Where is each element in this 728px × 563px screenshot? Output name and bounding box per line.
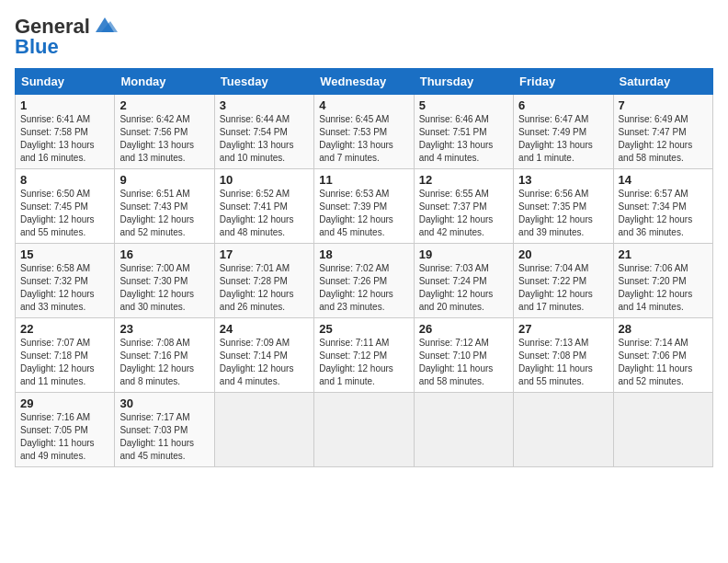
calendar-cell: 9 Sunrise: 6:51 AMSunset: 7:43 PMDayligh… xyxy=(115,169,214,244)
day-number: 16 xyxy=(119,247,209,261)
logo: General Blue xyxy=(15,15,118,59)
day-detail: Sunrise: 6:45 AMSunset: 7:53 PMDaylight:… xyxy=(319,113,408,165)
calendar-cell: 1 Sunrise: 6:41 AMSunset: 7:58 PMDayligh… xyxy=(16,95,115,169)
day-detail: Sunrise: 6:41 AMSunset: 7:58 PMDaylight:… xyxy=(20,113,109,165)
day-detail: Sunrise: 6:58 AMSunset: 7:32 PMDaylight:… xyxy=(20,262,109,314)
calendar-table: SundayMondayTuesdayWednesdayThursdayFrid… xyxy=(15,68,713,467)
calendar-cell: 3 Sunrise: 6:44 AMSunset: 7:54 PMDayligh… xyxy=(214,95,313,169)
calendar-cell xyxy=(613,393,712,467)
day-number: 7 xyxy=(619,98,708,112)
day-detail: Sunrise: 6:53 AMSunset: 7:39 PMDaylight:… xyxy=(319,188,408,239)
day-number: 19 xyxy=(419,247,508,261)
calendar-cell: 13 Sunrise: 6:56 AMSunset: 7:35 PMDaylig… xyxy=(514,169,613,244)
calendar-cell: 16 Sunrise: 7:00 AMSunset: 7:30 PMDaylig… xyxy=(115,244,214,318)
day-number: 17 xyxy=(220,247,309,261)
calendar-cell: 30 Sunrise: 7:17 AMSunset: 7:03 PMDaylig… xyxy=(115,393,214,467)
calendar-cell xyxy=(414,393,513,467)
day-detail: Sunrise: 7:13 AMSunset: 7:08 PMDaylight:… xyxy=(518,337,608,388)
day-number: 15 xyxy=(20,247,109,261)
calendar-cell xyxy=(314,393,414,467)
calendar-cell xyxy=(214,393,313,467)
day-detail: Sunrise: 7:07 AMSunset: 7:18 PMDaylight:… xyxy=(20,337,109,388)
logo-icon xyxy=(92,16,118,36)
calendar-cell: 17 Sunrise: 7:01 AMSunset: 7:28 PMDaylig… xyxy=(214,244,313,318)
day-number: 23 xyxy=(119,322,209,336)
day-detail: Sunrise: 7:04 AMSunset: 7:22 PMDaylight:… xyxy=(518,262,608,314)
day-number: 12 xyxy=(419,173,508,187)
day-number: 21 xyxy=(619,247,708,261)
day-number: 1 xyxy=(20,98,109,112)
calendar-cell: 20 Sunrise: 7:04 AMSunset: 7:22 PMDaylig… xyxy=(514,244,613,318)
calendar-cell: 28 Sunrise: 7:14 AMSunset: 7:06 PMDaylig… xyxy=(613,318,712,393)
day-detail: Sunrise: 6:47 AMSunset: 7:49 PMDaylight:… xyxy=(518,113,608,165)
logo-blue-text: Blue xyxy=(15,35,59,59)
day-detail: Sunrise: 6:46 AMSunset: 7:51 PMDaylight:… xyxy=(419,113,508,165)
calendar-cell: 8 Sunrise: 6:50 AMSunset: 7:45 PMDayligh… xyxy=(16,169,115,244)
day-number: 13 xyxy=(518,173,608,187)
calendar-cell: 5 Sunrise: 6:46 AMSunset: 7:51 PMDayligh… xyxy=(414,95,513,169)
calendar-cell: 25 Sunrise: 7:11 AMSunset: 7:12 PMDaylig… xyxy=(314,318,414,393)
calendar-cell: 18 Sunrise: 7:02 AMSunset: 7:26 PMDaylig… xyxy=(314,244,414,318)
calendar-cell xyxy=(514,393,613,467)
calendar-cell: 11 Sunrise: 6:53 AMSunset: 7:39 PMDaylig… xyxy=(314,169,414,244)
calendar-cell: 24 Sunrise: 7:09 AMSunset: 7:14 PMDaylig… xyxy=(214,318,313,393)
calendar-cell: 7 Sunrise: 6:49 AMSunset: 7:47 PMDayligh… xyxy=(613,95,712,169)
day-number: 30 xyxy=(119,396,209,410)
day-detail: Sunrise: 6:55 AMSunset: 7:37 PMDaylight:… xyxy=(419,188,508,239)
day-number: 22 xyxy=(20,322,109,336)
day-number: 3 xyxy=(220,98,309,112)
day-detail: Sunrise: 7:11 AMSunset: 7:12 PMDaylight:… xyxy=(319,337,408,388)
calendar-cell: 27 Sunrise: 7:13 AMSunset: 7:08 PMDaylig… xyxy=(514,318,613,393)
calendar-cell: 15 Sunrise: 6:58 AMSunset: 7:32 PMDaylig… xyxy=(16,244,115,318)
day-number: 10 xyxy=(220,173,309,187)
day-number: 20 xyxy=(518,247,608,261)
calendar-cell: 29 Sunrise: 7:16 AMSunset: 7:05 PMDaylig… xyxy=(16,393,115,467)
day-number: 25 xyxy=(319,322,408,336)
day-number: 8 xyxy=(20,173,109,187)
day-number: 9 xyxy=(119,173,209,187)
day-of-week-header: Thursday xyxy=(414,69,513,95)
calendar-cell: 4 Sunrise: 6:45 AMSunset: 7:53 PMDayligh… xyxy=(314,95,414,169)
day-number: 14 xyxy=(619,173,708,187)
calendar-cell: 2 Sunrise: 6:42 AMSunset: 7:56 PMDayligh… xyxy=(115,95,214,169)
day-of-week-header: Saturday xyxy=(613,69,712,95)
day-number: 2 xyxy=(119,98,209,112)
day-of-week-header: Monday xyxy=(115,69,214,95)
day-number: 18 xyxy=(319,247,408,261)
calendar-cell: 14 Sunrise: 6:57 AMSunset: 7:34 PMDaylig… xyxy=(613,169,712,244)
calendar-cell: 26 Sunrise: 7:12 AMSunset: 7:10 PMDaylig… xyxy=(414,318,513,393)
day-detail: Sunrise: 7:03 AMSunset: 7:24 PMDaylight:… xyxy=(419,262,508,314)
day-number: 5 xyxy=(419,98,508,112)
day-detail: Sunrise: 7:00 AMSunset: 7:30 PMDaylight:… xyxy=(119,262,209,314)
page-header: General Blue xyxy=(15,15,713,59)
day-detail: Sunrise: 7:06 AMSunset: 7:20 PMDaylight:… xyxy=(619,262,708,314)
calendar-cell: 21 Sunrise: 7:06 AMSunset: 7:20 PMDaylig… xyxy=(613,244,712,318)
day-detail: Sunrise: 7:17 AMSunset: 7:03 PMDaylight:… xyxy=(119,411,209,463)
day-of-week-header: Wednesday xyxy=(314,69,414,95)
calendar-header: SundayMondayTuesdayWednesdayThursdayFrid… xyxy=(16,69,713,95)
day-number: 29 xyxy=(20,396,109,410)
day-detail: Sunrise: 6:42 AMSunset: 7:56 PMDaylight:… xyxy=(119,113,209,165)
day-number: 28 xyxy=(619,322,708,336)
day-detail: Sunrise: 7:02 AMSunset: 7:26 PMDaylight:… xyxy=(319,262,408,314)
day-detail: Sunrise: 7:01 AMSunset: 7:28 PMDaylight:… xyxy=(220,262,309,314)
day-detail: Sunrise: 7:09 AMSunset: 7:14 PMDaylight:… xyxy=(220,337,309,388)
day-of-week-header: Sunday xyxy=(16,69,115,95)
day-detail: Sunrise: 6:57 AMSunset: 7:34 PMDaylight:… xyxy=(619,188,708,239)
day-detail: Sunrise: 6:50 AMSunset: 7:45 PMDaylight:… xyxy=(20,188,109,239)
day-number: 24 xyxy=(220,322,309,336)
calendar-cell: 12 Sunrise: 6:55 AMSunset: 7:37 PMDaylig… xyxy=(414,169,513,244)
day-detail: Sunrise: 6:51 AMSunset: 7:43 PMDaylight:… xyxy=(119,188,209,239)
day-detail: Sunrise: 7:12 AMSunset: 7:10 PMDaylight:… xyxy=(419,337,508,388)
calendar-cell: 10 Sunrise: 6:52 AMSunset: 7:41 PMDaylig… xyxy=(214,169,313,244)
day-detail: Sunrise: 7:14 AMSunset: 7:06 PMDaylight:… xyxy=(619,337,708,388)
day-detail: Sunrise: 7:08 AMSunset: 7:16 PMDaylight:… xyxy=(119,337,209,388)
day-detail: Sunrise: 6:49 AMSunset: 7:47 PMDaylight:… xyxy=(619,113,708,165)
calendar-cell: 19 Sunrise: 7:03 AMSunset: 7:24 PMDaylig… xyxy=(414,244,513,318)
day-detail: Sunrise: 6:52 AMSunset: 7:41 PMDaylight:… xyxy=(220,188,309,239)
day-of-week-header: Tuesday xyxy=(214,69,313,95)
day-number: 27 xyxy=(518,322,608,336)
calendar-cell: 22 Sunrise: 7:07 AMSunset: 7:18 PMDaylig… xyxy=(16,318,115,393)
day-detail: Sunrise: 6:44 AMSunset: 7:54 PMDaylight:… xyxy=(220,113,309,165)
calendar-cell: 6 Sunrise: 6:47 AMSunset: 7:49 PMDayligh… xyxy=(514,95,613,169)
